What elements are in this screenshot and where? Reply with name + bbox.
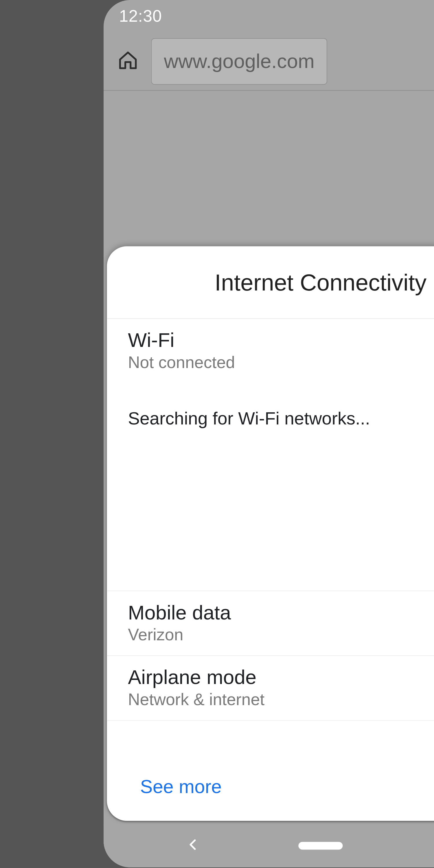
browser-toolbar: www.google.com 2 — [103, 32, 434, 91]
airplane-mode-subtitle: Network & internet — [128, 690, 434, 709]
mobile-data-section: Mobile data Verizon — [107, 591, 434, 656]
wifi-title: Wi-Fi — [128, 329, 434, 352]
airplane-mode-row[interactable]: Airplane mode Network & internet — [128, 666, 434, 709]
mobile-data-title: Mobile data — [128, 601, 434, 624]
connectivity-sheet: Internet Connectivity Wi-Fi Not connecte… — [107, 246, 434, 821]
see-more-button[interactable]: See more — [140, 776, 222, 798]
device-frame: 12:30 ? — [103, 0, 434, 867]
chevron-left-icon — [187, 843, 200, 853]
sheet-title: Internet Connectivity — [107, 246, 434, 319]
sheet-footer: See more Done — [107, 758, 434, 821]
home-gesture-pill[interactable] — [298, 842, 343, 850]
system-nav-bar — [103, 824, 434, 867]
airplane-mode-section: Airplane mode Network & internet — [107, 656, 434, 721]
mobile-data-subtitle: Verizon — [128, 625, 434, 644]
status-time: 12:30 — [119, 7, 162, 26]
url-text: www.google.com — [164, 50, 315, 73]
mobile-data-row[interactable]: Mobile data Verizon — [128, 601, 434, 644]
wifi-subtitle: Not connected — [128, 353, 434, 372]
url-bar[interactable]: www.google.com — [151, 38, 328, 85]
status-bar: 12:30 ? — [103, 0, 434, 32]
wifi-row[interactable]: Wi-Fi Not connected — [128, 329, 434, 372]
wifi-section: Wi-Fi Not connected Searching for Wi-Fi … — [107, 319, 434, 591]
wifi-searching-text: Searching for Wi-Fi networks... — [128, 408, 434, 429]
home-button[interactable] — [116, 49, 140, 73]
home-icon — [118, 50, 138, 73]
back-button[interactable] — [187, 838, 200, 854]
airplane-mode-title: Airplane mode — [128, 666, 434, 689]
